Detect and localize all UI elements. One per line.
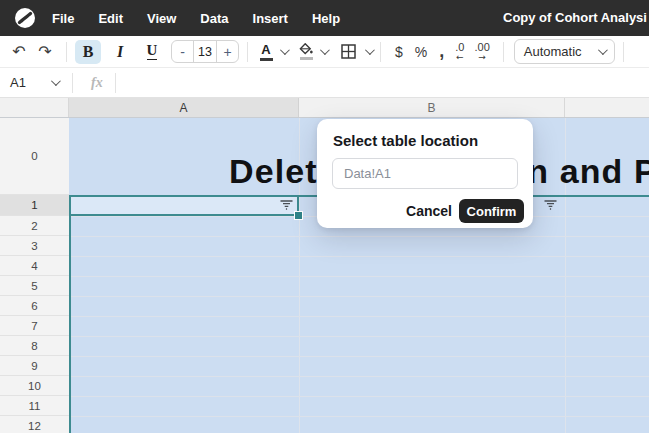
toolbar-divider	[623, 42, 624, 62]
decrease-decimals-button[interactable]: .0 ←	[450, 42, 469, 62]
paint-bucket-icon	[299, 43, 313, 55]
column-header-c[interactable]	[565, 98, 649, 117]
gridline	[69, 356, 649, 357]
select-all-corner[interactable]	[0, 98, 69, 117]
formatting-toolbar: ↶ ↷ B I U - 13 + A	[0, 36, 649, 68]
underline-icon: U	[147, 43, 158, 60]
percent-format-button[interactable]: %	[409, 44, 433, 60]
fill-handle[interactable]	[294, 211, 303, 220]
toolbar-divider	[380, 42, 381, 62]
arrow-left-icon: ←	[456, 53, 464, 62]
number-format-value: Automatic	[524, 44, 582, 59]
row-header-5[interactable]: 5	[0, 276, 69, 296]
selected-cell-a1[interactable]	[69, 195, 299, 216]
text-color-icon: A	[261, 43, 270, 56]
gridline	[69, 336, 649, 337]
redo-button[interactable]: ↷	[32, 40, 58, 64]
borders-grid-icon	[341, 44, 356, 59]
formula-bar-divider	[115, 73, 116, 93]
number-format-chevron-icon	[598, 45, 608, 55]
column-header-row: A B	[0, 98, 649, 118]
fill-color-chevron-icon[interactable]	[320, 45, 330, 55]
menu-help[interactable]: Help	[312, 11, 340, 26]
currency-format-button[interactable]: $	[389, 44, 409, 60]
formula-bar: A1 fx	[0, 68, 649, 98]
formula-input[interactable]	[118, 68, 649, 97]
font-size-decrease-button[interactable]: -	[172, 41, 193, 62]
increase-decimals-button[interactable]: .00 →	[469, 42, 494, 62]
menu-edit[interactable]: Edit	[98, 11, 123, 26]
row-header-4[interactable]: 4	[0, 256, 69, 276]
row-header-10[interactable]: 10	[0, 376, 69, 396]
bold-icon: B	[83, 43, 94, 61]
toolbar-divider	[503, 42, 504, 62]
gridline	[69, 316, 649, 317]
fx-icon: fx	[81, 75, 113, 91]
toolbar-divider	[66, 42, 67, 62]
menu-view[interactable]: View	[147, 11, 176, 26]
confirm-button[interactable]: Confirm	[459, 199, 524, 223]
document-title[interactable]: Copy of Cohort Analysi	[503, 0, 647, 36]
font-size-increase-button[interactable]: +	[217, 41, 238, 62]
menu-list: File Edit View Data Insert Help	[52, 11, 340, 26]
gridline	[69, 256, 649, 257]
borders-chevron-icon[interactable]	[365, 45, 375, 55]
cancel-button[interactable]: Cancel	[405, 203, 453, 219]
number-format-dropdown[interactable]: Automatic	[514, 39, 615, 64]
table-left-border	[69, 195, 71, 433]
row-header-8[interactable]: 8	[0, 336, 69, 356]
filter-icon[interactable]	[280, 200, 293, 210]
row-header-9[interactable]: 9	[0, 356, 69, 376]
column-header-a[interactable]: A	[69, 98, 299, 117]
row-header-7[interactable]: 7	[0, 316, 69, 336]
undo-icon: ↶	[12, 44, 25, 60]
cell-reference-box[interactable]: A1	[0, 75, 64, 90]
gridline	[69, 396, 649, 397]
gridline	[69, 276, 649, 277]
rows-logo-icon[interactable]	[14, 7, 36, 29]
dialog-title: Select table location	[333, 132, 478, 149]
row-header-11[interactable]: 11	[0, 396, 69, 416]
italic-icon: I	[117, 43, 123, 61]
gridline	[69, 376, 649, 377]
thousands-separator-button[interactable]: ,	[433, 48, 450, 55]
toolbar-divider	[247, 42, 248, 62]
arrow-right-icon: →	[478, 53, 486, 62]
text-color-chevron-icon[interactable]	[280, 45, 290, 55]
undo-button[interactable]: ↶	[6, 40, 32, 64]
text-color-swatch	[260, 58, 273, 61]
fill-color-swatch	[300, 57, 313, 60]
column-header-b[interactable]: B	[299, 98, 565, 117]
spreadsheet-app: File Edit View Data Insert Help Copy of …	[0, 0, 649, 433]
select-table-location-dialog: Select table location Cancel Confirm	[317, 119, 533, 228]
row-header-3[interactable]: 3	[0, 236, 69, 256]
gridline	[69, 296, 649, 297]
formula-bar-divider	[72, 73, 73, 93]
gridline	[69, 236, 649, 237]
menu-file[interactable]: File	[52, 11, 74, 26]
gridline	[69, 416, 649, 417]
decrease-decimals-icon: .0	[455, 42, 464, 53]
bold-button[interactable]: B	[75, 40, 101, 64]
row-header-2[interactable]: 2	[0, 216, 69, 236]
filter-icon[interactable]	[544, 200, 557, 210]
italic-button[interactable]: I	[107, 40, 133, 64]
top-menu-bar: File Edit View Data Insert Help Copy of …	[0, 0, 649, 36]
increase-decimals-icon: .00	[474, 42, 489, 53]
row-header-6[interactable]: 6	[0, 296, 69, 316]
table-location-input[interactable]	[332, 158, 518, 189]
underline-button[interactable]: U	[139, 40, 165, 64]
row-header-1[interactable]: 1	[0, 195, 69, 216]
row-header-column: 0 1 2 3 4 5 6 7 8 9 10 11 12	[0, 118, 69, 433]
font-size-stepper: - 13 +	[171, 40, 239, 63]
fill-color-button[interactable]	[296, 40, 316, 64]
row-header-12[interactable]: 12	[0, 416, 69, 433]
redo-icon: ↷	[38, 44, 51, 60]
cell-reference-value: A1	[10, 75, 26, 90]
borders-button[interactable]	[335, 40, 361, 64]
menu-data[interactable]: Data	[200, 11, 228, 26]
font-size-value[interactable]: 13	[193, 41, 217, 62]
menu-insert[interactable]: Insert	[253, 11, 288, 26]
row-header-0[interactable]: 0	[0, 118, 69, 195]
text-color-button[interactable]: A	[256, 40, 276, 64]
